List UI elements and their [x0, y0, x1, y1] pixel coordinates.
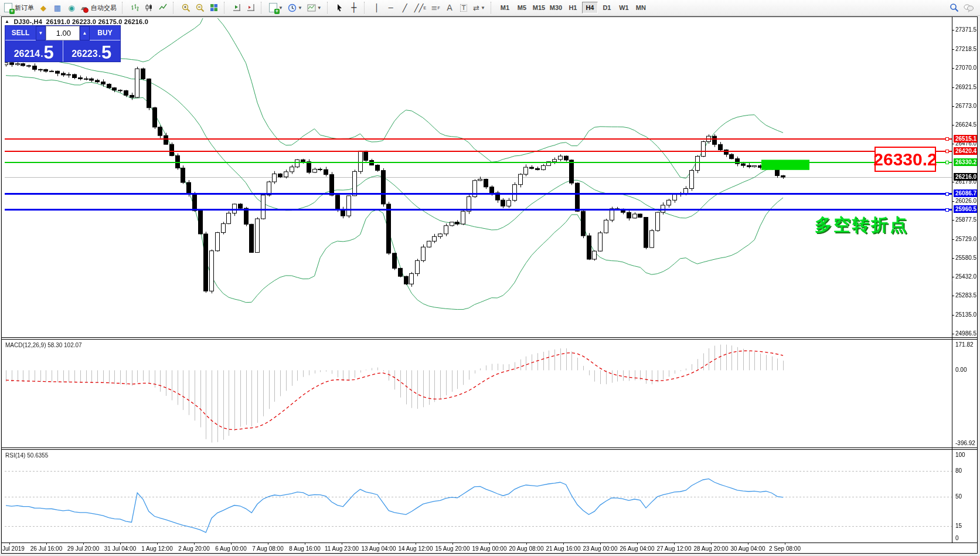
buy-price[interactable]: 26223.5 — [63, 40, 121, 62]
tab-timeframe-d1[interactable]: D1 — [599, 2, 615, 13]
horizontal-line-tool[interactable]: ─ — [384, 1, 398, 14]
tab-timeframe-mn[interactable]: MN — [633, 2, 649, 13]
zoom-out-button[interactable] — [193, 1, 207, 14]
text-tool[interactable]: A — [443, 1, 457, 14]
fibonacci-tool[interactable]: ≡F — [428, 1, 443, 14]
chat-button[interactable] — [961, 1, 976, 14]
time-axis-label: 21 Aug 16:00 — [546, 545, 581, 552]
price-axis-tick: 25877.5 — [955, 216, 978, 223]
vertical-line-tool[interactable]: │ — [370, 1, 384, 14]
arrows-icon: ⇄ — [473, 4, 479, 12]
zoom-out-icon — [196, 4, 205, 12]
line-chart-icon — [159, 4, 167, 12]
sell-price-main: 26214 — [14, 49, 40, 59]
sell-button[interactable]: SELL — [5, 26, 36, 40]
crosshair-button[interactable]: ┼ — [347, 1, 361, 14]
rsi-level-label: 15 — [955, 523, 962, 529]
volume-decrease-button[interactable]: ▼ — [36, 26, 46, 40]
price-axis-tick: 25729.0 — [955, 236, 978, 242]
rsi-indicator-label: RSI(14) 50.6355 — [5, 452, 48, 459]
tab-timeframe-w1[interactable]: W1 — [616, 2, 632, 13]
new-order-button[interactable]: + 新订单 — [2, 1, 36, 14]
equidistant-channel-tool[interactable]: ╱╱E — [412, 1, 428, 14]
indicators-button[interactable]: +▼ — [267, 1, 285, 14]
buy-price-main: 26223 — [72, 49, 98, 59]
terminal-icon: ▦ — [54, 4, 61, 12]
ohlc-values: 26191.0 26223.0 26175.0 26216.0 — [46, 18, 148, 25]
price-axis-tick: 26624.5 — [955, 121, 978, 128]
price-line-badge: 26330.2 — [954, 158, 978, 166]
chevron-down-icon: ▼ — [317, 5, 322, 11]
line-chart-button[interactable] — [156, 1, 170, 14]
horizontal-line-icon: ─ — [389, 4, 393, 12]
templates-button[interactable]: ▼ — [305, 1, 324, 14]
signals-button[interactable]: ◉ — [64, 1, 79, 14]
price-axis-tick: 25283.5 — [955, 292, 978, 299]
annotation-text[interactable]: 多空转折点 — [815, 213, 908, 237]
tab-timeframe-m30[interactable]: M30 — [548, 2, 564, 13]
price-line-badge: 26515.1 — [954, 135, 978, 143]
tab-timeframe-m1[interactable]: M1 — [497, 2, 513, 13]
price-line-badge: 26420.4 — [954, 147, 978, 155]
cursor-button[interactable] — [333, 1, 347, 14]
channel-tag: E — [423, 6, 426, 10]
time-axis-label: 8 Aug 16:00 — [289, 545, 320, 552]
tab-timeframe-m5[interactable]: M5 — [514, 2, 530, 13]
terminal-button[interactable]: ▦ — [50, 1, 64, 14]
trendline-tool[interactable]: ╱ — [398, 1, 412, 14]
vertical-line-icon: │ — [375, 4, 379, 12]
bar-chart-button[interactable] — [128, 1, 142, 14]
timeframe-group: M1M5M15M30H1H4D1W1MN — [495, 0, 651, 16]
tile-windows-button[interactable] — [207, 1, 221, 14]
clock-icon — [288, 4, 297, 12]
auto-scroll-button[interactable] — [230, 1, 244, 14]
cursor-icon — [336, 4, 343, 12]
periods-button[interactable]: ▼ — [285, 1, 305, 14]
chart-title: ▲ DJ30-,H4 26191.0 26223.0 26175.0 26216… — [5, 18, 148, 25]
autotrading-label: 自动交易 — [91, 4, 117, 12]
sell-price[interactable]: 26214.5 — [5, 40, 63, 62]
text-label-tool[interactable]: T — [457, 1, 471, 14]
toolbar-separator — [122, 2, 125, 13]
toolbar-separator — [327, 2, 330, 13]
collapse-panel-icon[interactable]: ▲ — [5, 19, 9, 24]
rsi-level-label: 50 — [955, 493, 962, 500]
arrows-tool[interactable]: ⇄▼ — [471, 1, 488, 14]
chevron-down-icon: ▼ — [481, 5, 485, 11]
buy-price-big-digit: 5 — [101, 45, 111, 60]
price-axis-tick: 25432.0 — [955, 273, 978, 280]
candlestick-chart-button[interactable] — [142, 1, 156, 14]
macd-axis-top: 171.82 — [955, 341, 974, 348]
chat-icon — [964, 4, 974, 12]
chart-shift-icon — [247, 4, 256, 12]
time-axis-label: 2 Sep 08:00 — [769, 545, 801, 552]
search-button[interactable] — [947, 1, 961, 14]
toolbar-separator — [261, 2, 264, 13]
fibonacci-icon: ≡ — [431, 4, 438, 12]
text-label-icon: T — [460, 4, 468, 12]
time-axis-label: 31 Jul 04:00 — [104, 545, 137, 552]
template-icon — [307, 4, 316, 12]
fibonacci-tag: F — [437, 6, 440, 10]
price-callout-box[interactable]: 26330.2 — [874, 147, 936, 172]
signal-icon: ◉ — [68, 4, 74, 12]
zoom-in-button[interactable] — [179, 1, 193, 14]
tab-timeframe-m15[interactable]: M15 — [531, 2, 547, 13]
one-click-trading-panel: SELL ▼ 1.00 ▲ BUY 26214.5 26223.5 — [5, 25, 121, 62]
macd-axis-zero: 0.00 — [955, 367, 967, 373]
tab-timeframe-h4[interactable]: H4 — [582, 2, 598, 13]
buy-button[interactable]: BUY — [90, 26, 120, 40]
metaeditor-button[interactable]: ◆ — [36, 1, 50, 14]
time-axis-label: 20 Aug 08:00 — [509, 545, 544, 552]
chart-canvas[interactable] — [2, 17, 977, 553]
time-axis-label: 7 Aug 08:00 — [252, 545, 283, 552]
volume-increase-button[interactable]: ▲ — [80, 26, 90, 40]
tab-timeframe-h1[interactable]: H1 — [565, 2, 581, 13]
chart-shift-button[interactable] — [244, 1, 258, 14]
autotrading-button[interactable]: ▰ 自动交易 — [79, 1, 119, 14]
current-price-badge: 26216.0 — [954, 173, 978, 181]
time-axis-label: 6 Aug 00:00 — [215, 545, 246, 552]
volume-input[interactable]: 1.00 — [46, 26, 80, 40]
toolbar-separator — [491, 2, 494, 13]
time-axis-label: 27 Aug 12:00 — [657, 545, 692, 552]
